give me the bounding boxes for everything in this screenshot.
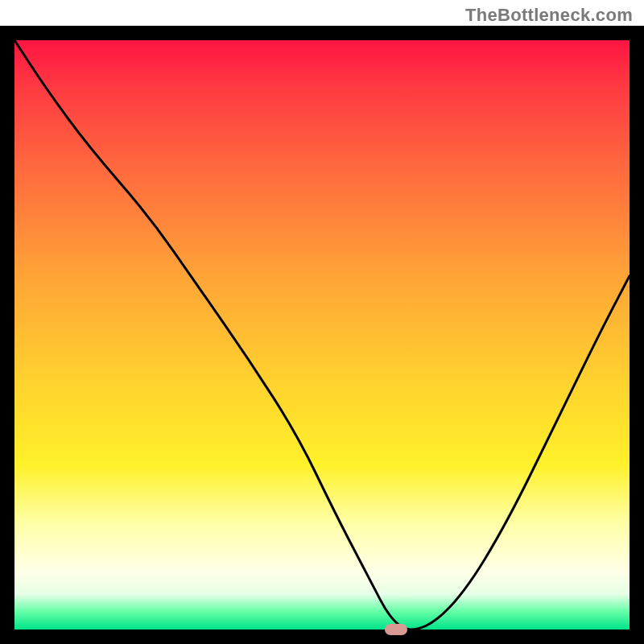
bottleneck-curve xyxy=(14,40,630,630)
curve-svg xyxy=(14,40,630,630)
plot-area xyxy=(14,40,630,630)
attribution-text: TheBottleneck.com xyxy=(465,5,633,26)
optimal-marker xyxy=(385,624,407,635)
chart-frame: TheBottleneck.com xyxy=(0,0,644,644)
